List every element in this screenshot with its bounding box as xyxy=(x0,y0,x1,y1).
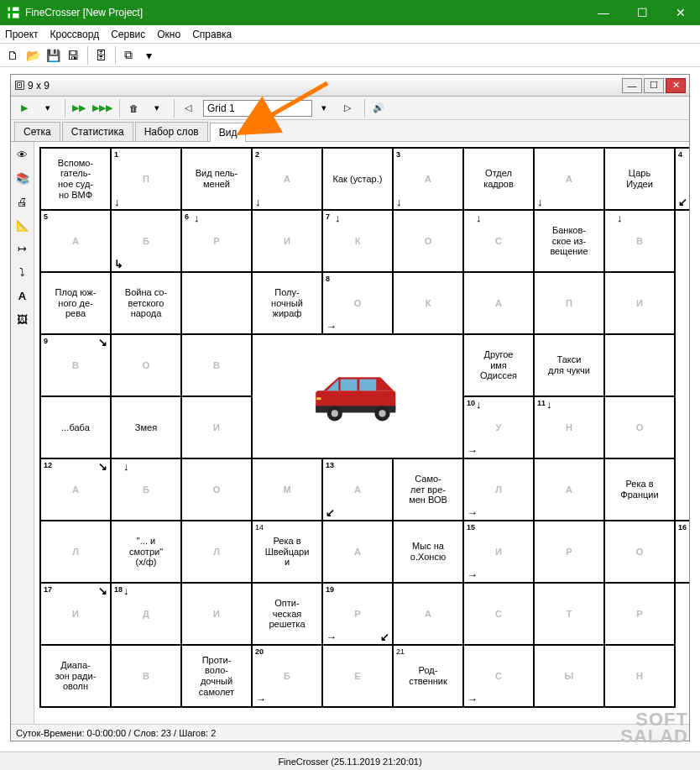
grid-cell[interactable]: 18↓Д xyxy=(111,583,181,645)
grid-cell[interactable]: Война со- ветского народа xyxy=(111,272,181,334)
grid-cell[interactable]: Банков- ское из- вещение xyxy=(534,210,604,272)
grid-cell[interactable]: Т xyxy=(534,583,604,645)
grid-cell[interactable]: Н xyxy=(604,645,675,707)
grid-cell[interactable]: Змея xyxy=(111,396,181,458)
grid-cell[interactable]: Само- лет вре- мен ВОВ xyxy=(393,458,463,521)
grid-cell[interactable]: О xyxy=(604,396,675,458)
grid-cell[interactable]: 16↓ xyxy=(675,521,689,583)
crossword-grid-area[interactable]: Вспомо- гатель- ное суд- но ВМФ1↓ПВид пе… xyxy=(34,142,689,724)
grid-cell[interactable]: Вид пель- меней xyxy=(181,148,252,210)
grid-cell[interactable]: Проти- воло- дочный самолет xyxy=(181,645,252,707)
grid-cell[interactable]: 11↓Н xyxy=(534,396,604,458)
grid-cell[interactable]: А xyxy=(393,583,463,645)
car-image-cell[interactable] xyxy=(252,334,463,458)
grid-cell[interactable]: 8→О xyxy=(322,272,393,334)
arrow-right-icon[interactable]: ↦ xyxy=(13,239,32,258)
grid-cell[interactable]: С xyxy=(463,583,534,645)
grid-cell[interactable]: 5А xyxy=(40,210,111,272)
grid-cell[interactable]: 20→Б xyxy=(252,645,322,707)
tab-grid[interactable]: Сетка xyxy=(14,122,60,141)
tab-wordset[interactable]: Набор слов xyxy=(135,122,208,141)
grid-cell[interactable]: Опти- ческая решетка xyxy=(252,583,322,645)
grid-cell[interactable]: А xyxy=(322,521,393,583)
grid-cell[interactable]: 17↘И xyxy=(40,583,111,645)
play-icon[interactable]: ▶ xyxy=(14,99,34,118)
grid-cell[interactable]: ...баба xyxy=(40,396,111,458)
grid-cell[interactable]: Плод юж- ного де- рева xyxy=(40,272,111,334)
cascade-icon[interactable]: ⧉ xyxy=(119,46,138,65)
grid-cell[interactable]: О xyxy=(604,521,675,583)
grid-select[interactable]: Grid 1 xyxy=(203,100,312,117)
menu-project[interactable]: Проект xyxy=(5,29,39,40)
grid-cell[interactable]: 14Река в Швейцари и xyxy=(252,521,322,583)
grid-cell[interactable]: Л xyxy=(40,521,111,583)
close-button[interactable]: ✕ xyxy=(661,0,700,25)
tab-stats[interactable]: Статистика xyxy=(62,122,133,141)
grid-cell[interactable]: 21Род- ственник xyxy=(393,645,463,707)
grid-cell[interactable]: 19→↙Р xyxy=(322,583,393,645)
book-icon[interactable]: 📚 xyxy=(13,169,32,187)
trash-dropdown-icon[interactable]: ▾ xyxy=(147,99,167,118)
grid-cell[interactable]: Мыс на о.Хонсю xyxy=(393,521,463,583)
grid-cell[interactable]: Диапа- зон ради- оволн xyxy=(40,645,111,707)
grid-cell[interactable]: ↓А xyxy=(534,148,604,210)
grid-cell[interactable]: Царь Иудеи xyxy=(604,148,675,210)
play-dropdown-icon[interactable]: ▾ xyxy=(38,99,58,118)
grid-cell[interactable]: О xyxy=(111,334,181,396)
grid-cell[interactable]: П xyxy=(534,272,604,334)
grid-cell[interactable]: Другое имя Одиссея xyxy=(463,334,534,396)
font-icon[interactable]: A xyxy=(13,286,32,305)
grid-cell[interactable]: Вспомо- гатель- ное суд- но ВМФ xyxy=(40,148,111,210)
child-maximize-button[interactable]: ☐ xyxy=(644,78,664,93)
grid-cell[interactable]: Л xyxy=(181,521,252,583)
grid-cell[interactable]: И xyxy=(252,210,322,272)
grid-cell[interactable]: О xyxy=(393,210,463,272)
child-close-button[interactable]: ✕ xyxy=(666,78,686,93)
grid-cell[interactable]: 1↓П xyxy=(111,148,181,210)
image-icon[interactable]: 🖼 xyxy=(13,310,32,328)
grid-cell[interactable]: Такси для чукчи xyxy=(534,334,604,396)
grid-cell[interactable]: И xyxy=(181,583,252,645)
grid-cell[interactable]: ↓С xyxy=(463,210,534,272)
grid-cell[interactable]: Ы xyxy=(534,645,604,707)
grid-cell[interactable]: Как (устар.) xyxy=(322,148,393,210)
next-icon[interactable]: ▷ xyxy=(337,99,358,118)
grid-cell[interactable]: А xyxy=(534,458,604,521)
grid-cell[interactable]: В xyxy=(111,645,181,707)
grid-cell[interactable]: 3↓А xyxy=(393,148,463,210)
print-icon[interactable]: 🖨 xyxy=(13,192,32,211)
grid-cell[interactable]: 2↓А xyxy=(252,148,322,210)
grid-cell[interactable]: ↳Б xyxy=(111,210,181,272)
grid-cell[interactable]: 7↓К xyxy=(322,210,393,272)
ruler-icon[interactable]: 📐 xyxy=(13,216,32,234)
grid-cell[interactable]: 4↙А xyxy=(675,148,689,210)
grid-cell[interactable]: 9↘В xyxy=(40,334,111,396)
step-fast-icon[interactable]: ▶▶▶ xyxy=(92,99,112,118)
menu-crossword[interactable]: Кроссворд xyxy=(50,29,100,40)
grid-cell[interactable]: 6↓Р xyxy=(181,210,252,272)
grid-cell[interactable]: "... и смотри" (х/ф) xyxy=(111,521,181,583)
tile-icon[interactable]: ▾ xyxy=(139,46,158,65)
arrow-down-icon[interactable]: ⤵ xyxy=(13,263,32,281)
grid-cell[interactable]: 10→↓У xyxy=(463,396,534,458)
trash-icon[interactable]: 🗑 xyxy=(123,99,144,118)
grid-cell[interactable]: И xyxy=(604,272,675,334)
grid-cell[interactable]: В xyxy=(181,334,252,396)
grid-cell[interactable]: Е xyxy=(322,645,393,707)
grid-cell[interactable]: И xyxy=(181,396,252,458)
prev-icon[interactable]: ◁ xyxy=(178,99,198,118)
settings-icon[interactable]: 🗄 xyxy=(91,46,110,65)
grid-cell[interactable]: Р xyxy=(604,583,675,645)
minimize-button[interactable]: — xyxy=(584,0,623,25)
grid-cell[interactable]: 15→И xyxy=(463,521,534,583)
grid-cell[interactable]: →Л xyxy=(463,458,534,521)
grid-cell[interactable] xyxy=(181,272,252,334)
menu-service[interactable]: Сервис xyxy=(111,29,145,40)
grid-cell[interactable]: О xyxy=(181,458,252,521)
grid-cell[interactable]: М xyxy=(252,458,322,521)
open-icon[interactable]: 📂 xyxy=(24,46,42,65)
save-icon[interactable]: 💾 xyxy=(44,46,62,65)
crossword-grid[interactable]: Вспомо- гатель- ное суд- но ВМФ1↓ПВид пе… xyxy=(39,147,689,708)
save-all-icon[interactable]: 🖫 xyxy=(64,46,82,65)
grid-cell[interactable]: Река в Франции xyxy=(604,458,675,521)
